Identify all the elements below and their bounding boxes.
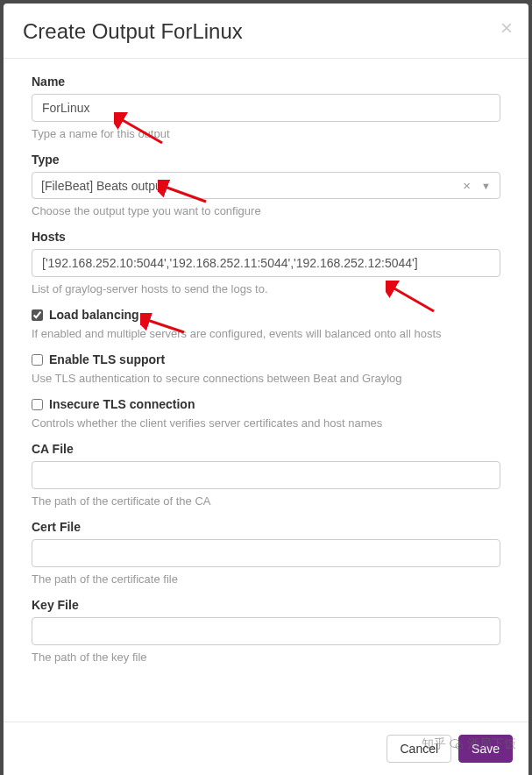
close-button[interactable]: × bbox=[500, 16, 513, 40]
ca-file-help: The path of the certificate of the CA bbox=[32, 494, 500, 508]
key-file-label: Key File bbox=[32, 598, 500, 612]
type-label: Type bbox=[32, 153, 500, 167]
create-output-modal: Create Output ForLinux × Name Type a nam… bbox=[4, 4, 528, 775]
field-cert-file: Cert File The path of the certificate fi… bbox=[32, 520, 500, 586]
type-selected-value: [FileBeat] Beats output bbox=[41, 179, 458, 193]
enable-tls-checkbox[interactable] bbox=[32, 354, 43, 366]
insecure-tls-help: Controls whether the client verifies ser… bbox=[32, 416, 500, 430]
type-select[interactable]: [FileBeat] Beats output × ▼ bbox=[32, 172, 500, 199]
load-balancing-help: If enabled and multiple servers are conf… bbox=[32, 327, 500, 340]
field-ca-file: CA File The path of the certificate of t… bbox=[32, 442, 500, 508]
name-label: Name bbox=[32, 75, 500, 89]
enable-tls-label: Enable TLS support bbox=[49, 352, 165, 366]
ca-file-input[interactable] bbox=[32, 461, 500, 489]
insecure-tls-label: Insecure TLS connection bbox=[49, 397, 195, 411]
modal-header: Create Output ForLinux × bbox=[4, 4, 528, 59]
watermark: 知乎 酒局下饭 bbox=[422, 736, 516, 752]
type-help: Choose the output type you want to confi… bbox=[32, 204, 500, 217]
cert-file-input[interactable] bbox=[32, 539, 500, 567]
load-balancing-checkbox[interactable] bbox=[32, 309, 43, 321]
field-hosts: Hosts List of graylog-server hosts to se… bbox=[32, 230, 500, 295]
ca-file-label: CA File bbox=[32, 442, 500, 456]
chevron-down-icon: ▼ bbox=[476, 181, 491, 191]
cert-file-label: Cert File bbox=[32, 520, 500, 534]
load-balancing-label: Load balancing bbox=[49, 308, 139, 322]
cert-file-help: The path of the certificate file bbox=[32, 572, 500, 586]
enable-tls-help: Use TLS authentication to secure connect… bbox=[32, 372, 500, 385]
name-input[interactable] bbox=[32, 94, 500, 122]
field-key-file: Key File The path of the key file bbox=[32, 598, 500, 664]
clear-icon[interactable]: × bbox=[458, 178, 476, 193]
field-type: Type [FileBeat] Beats output × ▼ Choose … bbox=[32, 153, 500, 217]
hosts-label: Hosts bbox=[32, 230, 500, 244]
field-enable-tls: Enable TLS support Use TLS authenticatio… bbox=[32, 352, 500, 385]
hosts-help: List of graylog-server hosts to send the… bbox=[32, 282, 500, 295]
field-name: Name Type a name for this output bbox=[32, 75, 500, 140]
insecure-tls-checkbox[interactable] bbox=[32, 399, 43, 410]
wechat-icon bbox=[450, 738, 464, 750]
key-file-help: The path of the key file bbox=[32, 651, 500, 664]
watermark-brand: 知乎 bbox=[422, 736, 446, 752]
modal-body: Name Type a name for this output Type [F… bbox=[4, 59, 528, 722]
watermark-user: 酒局下饭 bbox=[467, 736, 516, 752]
name-help: Type a name for this output bbox=[32, 127, 500, 140]
modal-title: Create Output ForLinux bbox=[23, 19, 509, 44]
hosts-input[interactable] bbox=[32, 249, 500, 277]
field-load-balancing: Load balancing If enabled and multiple s… bbox=[32, 308, 500, 340]
key-file-input[interactable] bbox=[32, 617, 500, 645]
field-insecure-tls: Insecure TLS connection Controls whether… bbox=[32, 397, 500, 430]
